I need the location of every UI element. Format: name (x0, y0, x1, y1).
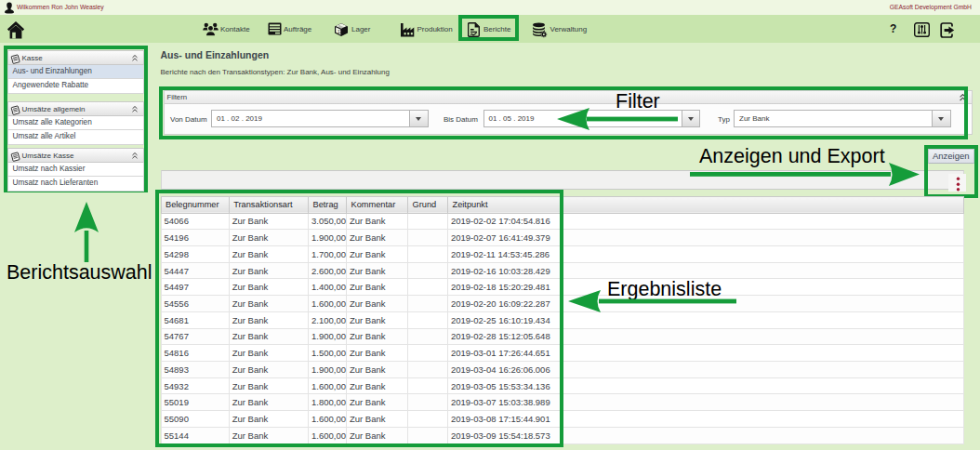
svg-text:11: 11 (338, 30, 342, 34)
